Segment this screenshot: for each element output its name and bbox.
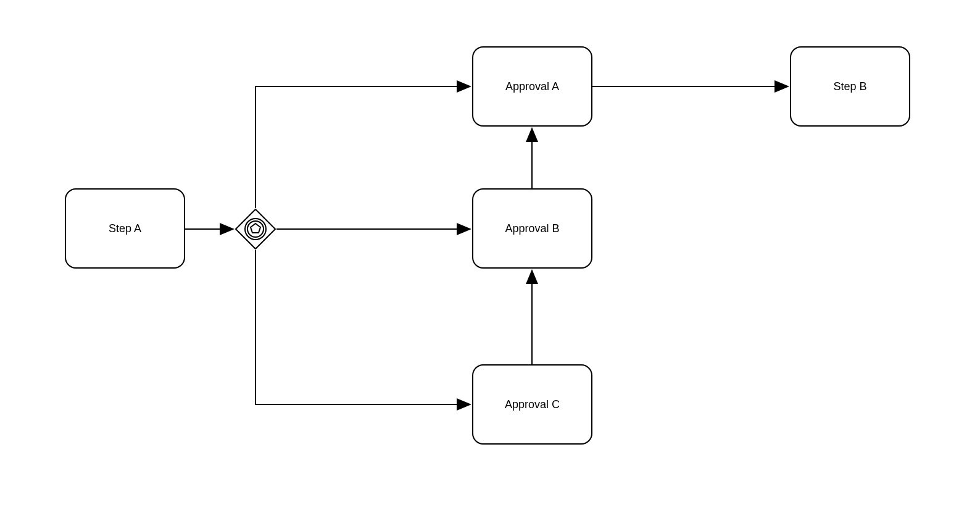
gateway-icon (235, 208, 276, 250)
task-approval-c[interactable]: Approval C (472, 364, 592, 445)
task-label: Approval C (505, 398, 560, 411)
task-label: Approval A (505, 80, 559, 93)
task-step-a[interactable]: Step A (65, 188, 185, 269)
task-approval-b[interactable]: Approval B (472, 188, 592, 269)
workflow-diagram: Step A Approval A Approval B Approval C … (0, 0, 980, 531)
edge-gateway-to-approval-a (255, 86, 470, 208)
task-label: Step A (109, 222, 141, 235)
edge-gateway-to-approval-c (255, 250, 470, 404)
task-approval-a[interactable]: Approval A (472, 46, 592, 127)
gateway-complex[interactable] (235, 208, 276, 253)
task-label: Step B (833, 80, 866, 93)
task-step-b[interactable]: Step B (790, 46, 910, 127)
task-label: Approval B (505, 222, 559, 235)
svg-marker-0 (236, 209, 275, 249)
